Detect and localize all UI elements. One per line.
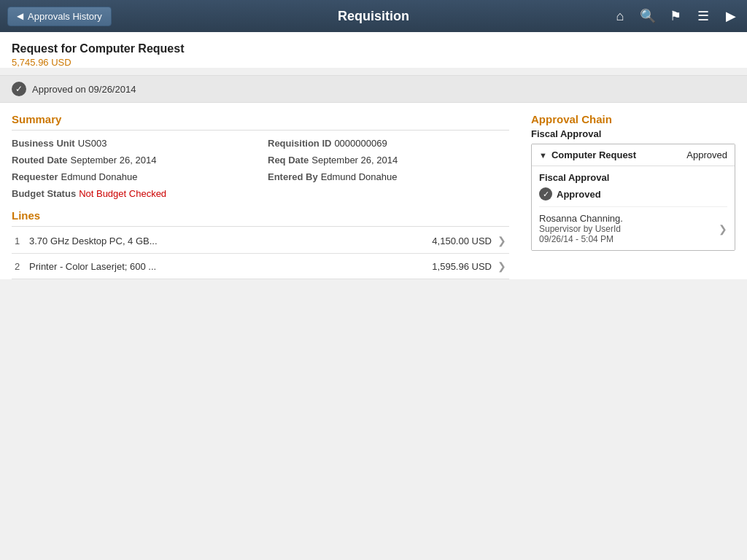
- approval-header-row[interactable]: ▼ Computer Request Approved: [532, 144, 735, 166]
- value-entered-by: Edmund Donahue: [321, 171, 398, 182]
- home-icon[interactable]: ⌂: [611, 9, 629, 24]
- main-layout: Summary Business Unit US003 Requisition …: [0, 103, 747, 279]
- page-amount: 5,745.96 USD: [12, 57, 735, 68]
- approval-chain-title: Approval Chain: [531, 113, 735, 125]
- label-requester: Requester: [12, 171, 58, 182]
- value-budget-status: Not Budget Checked: [79, 188, 166, 199]
- line-arrow-2-icon: ❯: [498, 260, 506, 272]
- header-icons: ⌂ 🔍 ⚑ ☰ ▶: [611, 8, 740, 24]
- approved-text: Approved on 09/26/2014: [32, 84, 136, 95]
- line-num-1: 1: [15, 236, 25, 246]
- label-entered-by: Entered By: [268, 171, 318, 182]
- approved-banner: ✓ Approved on 09/26/2014: [0, 75, 747, 103]
- header-title: Requisition: [338, 9, 409, 24]
- approver-info: Rosanna Channing. Supervisor by UserId 0…: [539, 213, 719, 244]
- back-label: Approvals History: [28, 11, 102, 22]
- label-business-unit: Business Unit: [12, 138, 75, 149]
- summary-item-business-unit: Business Unit US003: [12, 138, 253, 149]
- dropdown-arrow-icon: ▼: [539, 151, 547, 160]
- line-item-2[interactable]: 2 Printer - Color Laserjet; 600 ... 1,59…: [12, 254, 509, 279]
- line-item-1[interactable]: 1 3.70 GHz Desktop PC, 4 GB... 4,150.00 …: [12, 228, 509, 254]
- back-button[interactable]: ◀ Approvals History: [7, 7, 112, 26]
- app-header: ◀ Approvals History Requisition ⌂ 🔍 ⚑ ☰ …: [0, 0, 747, 32]
- line-amount-2: 1,595.96 USD: [432, 261, 492, 272]
- approved-label: Approved: [557, 189, 601, 200]
- approval-box: ▼ Computer Request Approved Fiscal Appro…: [531, 144, 735, 251]
- page-content-header: Request for Computer Request 5,745.96 US…: [0, 32, 747, 68]
- approval-header-name: Computer Request: [551, 149, 682, 160]
- value-req-date: September 26, 2014: [311, 155, 398, 166]
- value-requisition-id: 0000000069: [334, 138, 387, 149]
- label-req-date: Req Date: [268, 155, 309, 166]
- summary-item-requisition-id: Requisition ID 0000000069: [268, 138, 509, 149]
- page-title: Request for Computer Request: [12, 42, 735, 55]
- right-column: Approval Chain Fiscal Approval ▼ Compute…: [524, 103, 735, 279]
- summary-item-budget-status: Budget Status Not Budget Checked: [12, 188, 253, 199]
- line-num-2: 2: [15, 261, 25, 272]
- back-arrow-icon: ◀: [17, 11, 23, 21]
- line-desc-2: Printer - Color Laserjet; 600 ...: [29, 261, 432, 272]
- line-amount-1: 4,150.00 USD: [432, 236, 492, 246]
- fiscal-approval-label: Fiscal Approval: [531, 128, 735, 139]
- approver-chevron-icon[interactable]: ❯: [719, 223, 727, 235]
- lines-title: Lines: [12, 209, 509, 227]
- approved-status-icon: ✓: [539, 187, 552, 201]
- approval-header-status: Approved: [686, 149, 727, 160]
- summary-grid: Business Unit US003 Requisition ID 00000…: [12, 138, 509, 199]
- menu-icon[interactable]: ☰: [694, 8, 712, 24]
- navigate-icon[interactable]: ▶: [722, 8, 740, 24]
- summary-item-req-date: Req Date September 26, 2014: [268, 155, 509, 166]
- line-desc-1: 3.70 GHz Desktop PC, 4 GB...: [29, 236, 432, 246]
- summary-title: Summary: [12, 113, 509, 131]
- approver-date: 09/26/14 - 5:04 PM: [539, 234, 719, 244]
- search-icon[interactable]: 🔍: [639, 8, 657, 24]
- approval-detail: Fiscal Approval ✓ Approved Rosanna Chann…: [532, 166, 735, 250]
- approver-name: Rosanna Channing.: [539, 213, 719, 224]
- summary-item-requester: Requester Edmund Donahue: [12, 171, 253, 182]
- approved-check-icon: ✓: [12, 82, 26, 96]
- summary-item-routed-date: Routed Date September 26, 2014: [12, 155, 253, 166]
- line-arrow-1-icon: ❯: [498, 235, 506, 246]
- summary-item-entered-by: Entered By Edmund Donahue: [268, 171, 509, 182]
- value-routed-date: September 26, 2014: [71, 155, 157, 166]
- label-routed-date: Routed Date: [12, 155, 68, 166]
- value-requester: Edmund Donahue: [61, 171, 138, 182]
- value-business-unit: US003: [78, 138, 107, 149]
- label-requisition-id: Requisition ID: [268, 138, 331, 149]
- approver-row[interactable]: Rosanna Channing. Supervisor by UserId 0…: [539, 206, 727, 244]
- left-column: Summary Business Unit US003 Requisition …: [12, 103, 524, 279]
- approved-status: ✓ Approved: [539, 187, 727, 201]
- approval-detail-title: Fiscal Approval: [539, 172, 727, 183]
- label-budget-status: Budget Status: [12, 188, 76, 199]
- approver-role: Supervisor by UserId: [539, 224, 719, 234]
- flag-icon[interactable]: ⚑: [667, 8, 684, 24]
